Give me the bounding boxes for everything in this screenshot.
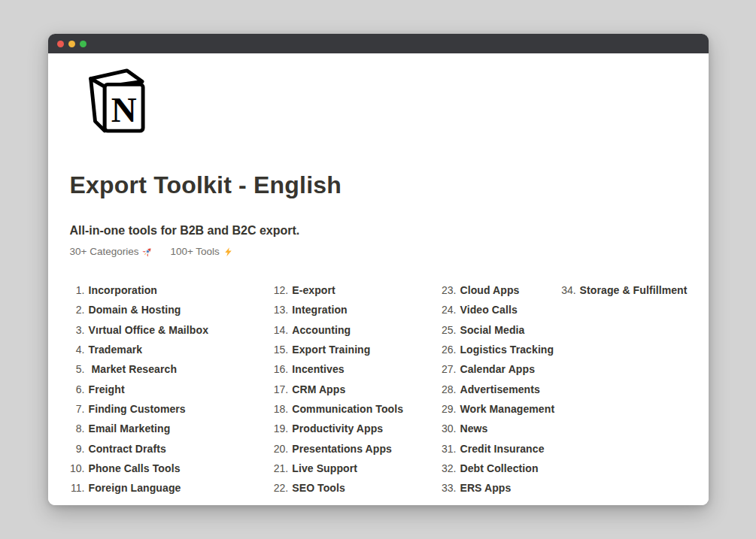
list-item[interactable]: 31.Credit Insurance <box>441 438 560 458</box>
list-item-label: Advertisements <box>460 383 539 395</box>
list-item[interactable]: 10.Phone Calls Tools <box>70 459 274 478</box>
lightning-emoji-icon <box>223 245 233 259</box>
list-item[interactable]: 15.Export Training <box>273 340 441 359</box>
tools-count-label: 100+ Tools <box>170 245 219 259</box>
list-column: 23.Cloud Apps24.Video Calls25.Social Med… <box>441 280 560 498</box>
list-item[interactable]: 32.Debt Collection <box>441 459 560 478</box>
list-item[interactable]: 8.Email Marketing <box>70 419 274 438</box>
page-meta: 30+ Categories 100+ Tools <box>70 245 688 259</box>
list-item-label: Freight <box>89 383 125 395</box>
list-item-number: 26. <box>441 344 456 356</box>
list-item-label: Market Research <box>89 363 178 375</box>
list-item-number: 31. <box>441 443 456 455</box>
list-item[interactable]: 24.Video Calls <box>441 300 560 319</box>
window-titlebar[interactable] <box>48 34 709 53</box>
list-item[interactable]: 17.CRM Apps <box>273 379 441 398</box>
list-item-label: Phone Calls Tools <box>89 462 181 474</box>
app-window: N Export Toolkit - English All-in-one to… <box>48 34 709 505</box>
list-item-label: Incorporation <box>89 284 158 296</box>
svg-text:N: N <box>111 90 136 129</box>
list-item[interactable]: 19.Productivity Apps <box>273 419 441 438</box>
list-item-label: Debt Collection <box>460 462 538 474</box>
list-item[interactable]: 11.Foreign Language <box>70 478 274 498</box>
list-item-number: 29. <box>441 403 456 415</box>
list-item-number: 4. <box>70 344 85 356</box>
list-item[interactable]: 20.Presentations Apps <box>273 438 441 458</box>
list-item-label: CRM Apps <box>292 383 345 395</box>
list-item[interactable]: 16.Incentives <box>273 359 441 379</box>
list-item-label: Incentives <box>292 363 344 375</box>
list-item[interactable]: 5. Market Research <box>70 359 274 379</box>
list-column: 12.E-export13.Integration14.Accounting15… <box>273 280 441 498</box>
list-item-label: Integration <box>292 304 347 316</box>
page-content[interactable]: N Export Toolkit - English All-in-one to… <box>48 53 709 505</box>
list-item-number: 30. <box>441 422 456 435</box>
list-item[interactable]: 9.Contract Drafts <box>70 438 274 458</box>
list-item-label: SEO Tools <box>292 482 345 494</box>
list-item-label: ERS Apps <box>460 482 511 494</box>
list-item-label: Communication Tools <box>292 403 403 415</box>
list-item[interactable]: 33.ERS Apps <box>441 478 560 498</box>
list-item-label: Export Training <box>292 344 370 356</box>
list-item-label: Work Management <box>460 403 554 415</box>
list-item-number: 16. <box>273 363 288 375</box>
list-item[interactable]: 4.Trademark <box>70 340 274 359</box>
list-item-label: Presentations Apps <box>292 443 392 455</box>
list-item[interactable]: 12.E-export <box>273 280 441 300</box>
list-item[interactable]: 7.Finding Customers <box>70 399 274 419</box>
list-item-number: 24. <box>441 304 456 316</box>
list-item[interactable]: 21.Live Support <box>273 459 441 478</box>
list-item-number: 2. <box>70 304 85 316</box>
list-item-number: 13. <box>273 304 288 316</box>
list-item-number: 17. <box>273 383 288 395</box>
list-item-number: 1. <box>70 284 85 296</box>
list-item-number: 5. <box>70 363 85 375</box>
list-item-number: 18. <box>273 403 288 415</box>
page-title: Export Toolkit - English <box>70 171 688 199</box>
list-item-number: 27. <box>441 363 456 375</box>
list-item-label: Calendar Apps <box>460 363 535 375</box>
list-item[interactable]: 26.Logistics Tracking <box>441 340 560 359</box>
list-item-number: 7. <box>70 403 85 415</box>
list-item-number: 14. <box>273 324 288 336</box>
list-item[interactable]: 6.Freight <box>70 379 274 398</box>
list-item-number: 22. <box>273 482 288 494</box>
list-item[interactable]: 1.Incorporation <box>70 280 274 300</box>
list-item[interactable]: 29.Work Management <box>441 399 560 419</box>
list-item-number: 6. <box>70 383 85 395</box>
list-item-number: 9. <box>70 443 85 455</box>
list-item-label: Trademark <box>89 344 143 356</box>
list-item[interactable]: 23.Cloud Apps <box>441 280 560 300</box>
list-item[interactable]: 22.SEO Tools <box>273 478 441 498</box>
list-item[interactable]: 3.Vırtual Office & Mailbox <box>70 320 274 340</box>
list-item-number: 12. <box>273 284 288 296</box>
list-item[interactable]: 2.Domain & Hosting <box>70 300 274 319</box>
list-item-label: Social Media <box>460 324 524 336</box>
list-item-label: Productivity Apps <box>292 422 383 435</box>
list-item-number: 28. <box>441 383 456 395</box>
categories-count-label: 30+ Categories <box>70 245 139 259</box>
list-item-number: 15. <box>273 344 288 356</box>
close-window-button[interactable] <box>57 41 64 47</box>
list-item[interactable]: 34.Storage & Fulfillment <box>561 280 688 300</box>
list-item-label: Foreign Language <box>89 482 181 494</box>
list-item-number: 10. <box>70 462 85 474</box>
list-item[interactable]: 14.Accounting <box>273 320 441 340</box>
list-item-label: E-export <box>292 284 335 296</box>
list-item-label: Cloud Apps <box>460 284 519 296</box>
list-column: 1.Incorporation2.Domain & Hosting3.Vırtu… <box>70 280 274 498</box>
list-item-number: 21. <box>273 462 288 474</box>
list-item-number: 8. <box>70 422 85 435</box>
list-item[interactable]: 27.Calendar Apps <box>441 359 560 379</box>
maximize-window-button[interactable] <box>80 41 87 47</box>
list-item-label: Finding Customers <box>89 403 186 415</box>
minimize-window-button[interactable] <box>68 41 75 47</box>
category-list: 1.Incorporation2.Domain & Hosting3.Vırtu… <box>70 280 688 498</box>
list-item[interactable]: 25.Social Media <box>441 320 560 340</box>
list-item[interactable]: 30.News <box>441 419 560 438</box>
list-item[interactable]: 18.Communication Tools <box>273 399 441 419</box>
list-item-label: News <box>460 422 487 435</box>
list-item[interactable]: 13.Integration <box>273 300 441 319</box>
list-item[interactable]: 28.Advertisements <box>441 379 560 398</box>
rocket-emoji-icon <box>142 245 153 259</box>
